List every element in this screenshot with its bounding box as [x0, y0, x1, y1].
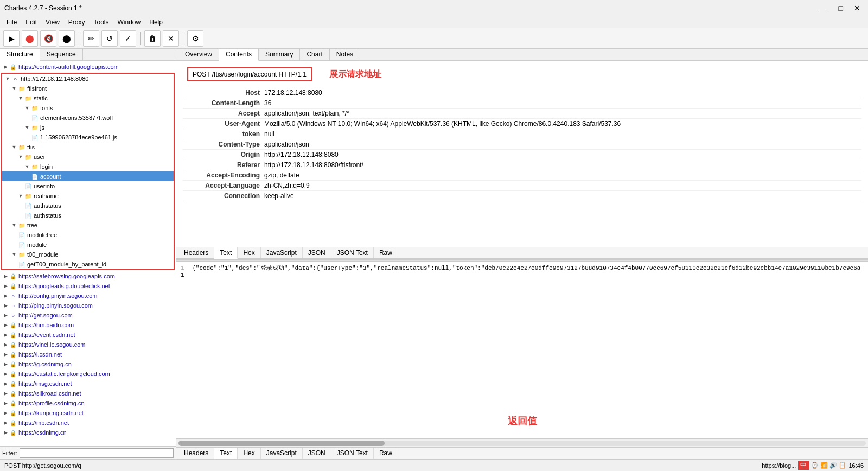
toolbar-refresh[interactable]: ↺: [101, 30, 118, 47]
folder-js[interactable]: ▼ 📁 js: [2, 123, 174, 132]
menu-tools[interactable]: Tools: [90, 17, 113, 27]
host-castatic[interactable]: ▶ 🔒 https://castatic.fengkongcloud.com: [0, 369, 176, 379]
folder-user[interactable]: ▼ 📁 user: [2, 152, 174, 162]
menu-view[interactable]: View: [41, 17, 64, 27]
file-account[interactable]: 📄 account: [2, 171, 174, 181]
host-config-pinyin[interactable]: ▶ ○ http://config.pinyin.sogou.com: [0, 291, 176, 301]
folder-tree[interactable]: ▼ 📁 tree: [2, 220, 174, 230]
expand-icon: ▼: [11, 85, 17, 92]
tree-container[interactable]: ▶ 🔒 https://content-autofill.googleapis.…: [0, 61, 176, 446]
filter-input[interactable]: [20, 448, 174, 458]
host-event-csdn[interactable]: ▶ 🔒 https://event.csdn.net: [0, 330, 176, 340]
host-mp-csdn[interactable]: ▶ 🔒 https://mp.csdn.net: [0, 418, 176, 428]
req-tab-json-text[interactable]: JSON Text: [331, 247, 374, 258]
host-googleapis-autofill[interactable]: ▶ 🔒 https://content-autofill.googleapis.…: [0, 62, 176, 72]
close-button[interactable]: ✕: [851, 3, 864, 14]
host-vinci-sogou[interactable]: ▶ 🔒 https://vinci.ie.sogou.com: [0, 340, 176, 349]
toolbar-check[interactable]: ✓: [120, 30, 136, 47]
req-tab-text[interactable]: Text: [214, 247, 238, 259]
resp-tab-text[interactable]: Text: [214, 448, 238, 459]
tab-contents[interactable]: Contents: [219, 49, 259, 61]
maximize-button[interactable]: □: [835, 3, 846, 14]
toolbar-trash[interactable]: 🗑: [144, 30, 161, 47]
file-moduletree[interactable]: 📄 moduletree: [2, 230, 174, 240]
file-get-t00-module[interactable]: 📄 getT00_module_by_parent_id: [2, 259, 174, 269]
scrollbar-track[interactable]: [178, 441, 866, 446]
toolbar-start[interactable]: ▶: [3, 30, 20, 47]
host-csdnimg[interactable]: ▶ 🔒 https://csdnimg.cn: [0, 428, 176, 437]
toolbar-record[interactable]: ⬤: [22, 30, 38, 47]
folder-icon: 📁: [17, 221, 26, 230]
folder-fonts[interactable]: ▼ 📁 fonts: [2, 103, 174, 113]
folder-ftisfront[interactable]: ▼ 📁 ftisfront: [2, 84, 174, 93]
tab-chart[interactable]: Chart: [300, 49, 329, 60]
tab-structure[interactable]: Structure: [0, 49, 40, 61]
file-element-icons-woff[interactable]: 📄 element-icons.535877f.woff: [2, 113, 174, 123]
response-annotation: 返回值: [176, 404, 868, 438]
tab-summary[interactable]: Summary: [259, 49, 300, 60]
toolbar-close[interactable]: ✕: [163, 30, 179, 47]
status-left: POST http://get.sogou.com/q: [4, 462, 81, 469]
file-authstatus-2[interactable]: 📄 authstatus: [2, 211, 174, 220]
folder-ftis[interactable]: ▼ 📁 ftis: [2, 142, 174, 152]
folder-login[interactable]: ▼ 📁 login: [2, 162, 174, 171]
req-tab-hex[interactable]: Hex: [238, 247, 260, 258]
tab-overview[interactable]: Overview: [178, 49, 219, 60]
tab-notes[interactable]: Notes: [330, 49, 360, 60]
req-tab-json[interactable]: JSON: [303, 247, 331, 258]
file-icon: 📄: [24, 201, 33, 210]
expand-icon: ▼: [11, 251, 17, 258]
expand-icon: ▼: [4, 75, 11, 82]
menu-window[interactable]: Window: [113, 17, 145, 27]
menu-bar: File Edit View Proxy Tools Window Help: [0, 16, 868, 28]
req-tab-raw[interactable]: Raw: [374, 247, 398, 258]
host-safebrowsing[interactable]: ▶ 🔒 https://safebrowsing.googleapis.com: [0, 271, 176, 281]
folder-t00-module[interactable]: ▼ 📁 t00_module: [2, 250, 174, 259]
toolbar-breakpoint[interactable]: ⬤: [59, 30, 75, 47]
folder-realname[interactable]: ▼ 📁 realname: [2, 191, 174, 201]
response-content-area[interactable]: 1 {"code":"1","des":"登录成功","data":{"user…: [176, 262, 868, 404]
file-authstatus-1[interactable]: 📄 authstatus: [2, 201, 174, 211]
host-kunpeng-csdn[interactable]: ▶ 🔒 https://kunpeng.csdn.net: [0, 408, 176, 418]
expand-icon: ▶: [2, 361, 9, 367]
status-lang: 中: [798, 461, 809, 470]
file-js[interactable]: 📄 1.15990628784ece9be461.js: [2, 132, 174, 142]
resp-tab-json-text[interactable]: JSON Text: [331, 448, 374, 459]
minimize-button[interactable]: —: [817, 3, 831, 14]
resp-tab-json[interactable]: JSON: [303, 448, 331, 459]
host-hm-baidu[interactable]: ▶ 🔒 https://hm.baidu.com: [0, 320, 176, 330]
host-msg-csdn[interactable]: ▶ 🔒 https://msg.csdn.net: [0, 379, 176, 389]
req-tab-headers[interactable]: Headers: [178, 247, 214, 258]
req-tab-javascript[interactable]: JavaScript: [261, 247, 303, 258]
lock-icon: 🔒: [9, 62, 17, 71]
host-g-csdnimg[interactable]: ▶ 🔒 https://g.csdnimg.cn: [0, 359, 176, 369]
scrollbar-thumb[interactable]: [178, 441, 385, 446]
tab-sequence[interactable]: Sequence: [40, 49, 83, 60]
menu-file[interactable]: File: [2, 17, 21, 27]
file-module[interactable]: 📄 module: [2, 240, 174, 250]
resp-tab-headers[interactable]: Headers: [178, 448, 214, 459]
expand-icon: ▶: [2, 63, 9, 70]
status-url: https://blog...: [762, 462, 796, 469]
resp-tab-raw[interactable]: Raw: [374, 448, 398, 459]
horizontal-scrollbar[interactable]: [176, 438, 868, 447]
menu-edit[interactable]: Edit: [21, 17, 41, 27]
toolbar-edit[interactable]: ✏: [83, 30, 99, 47]
toolbar: ▶ ⬤ 🔇 ⬤ ✏ ↺ ✓ 🗑 ✕ ⚙: [0, 28, 868, 49]
host-get-sogou[interactable]: ▶ ○ http://get.sogou.com: [0, 310, 176, 320]
host-profile-csdnimg[interactable]: ▶ 🔒 https://profile.csdnimg.cn: [0, 398, 176, 408]
toolbar-throttle[interactable]: 🔇: [40, 30, 56, 47]
host-silkroad-csdn[interactable]: ▶ 🔒 https://silkroad.csdn.net: [0, 389, 176, 398]
host-googleads[interactable]: ▶ 🔒 https://googleads.g.doubleclick.net: [0, 281, 176, 291]
menu-help[interactable]: Help: [145, 17, 167, 27]
menu-proxy[interactable]: Proxy: [64, 17, 90, 27]
resp-tab-hex[interactable]: Hex: [238, 448, 260, 459]
file-userinfo[interactable]: 📄 userinfo: [2, 181, 174, 191]
folder-static[interactable]: ▼ 📁 static: [2, 93, 174, 103]
left-panel-inner: ▶ 🔒 https://content-autofill.googleapis.…: [0, 61, 176, 459]
host-172-main[interactable]: ▼ ○ http://172.18.12.148:8080: [2, 74, 174, 84]
resp-tab-javascript[interactable]: JavaScript: [261, 448, 303, 459]
host-i-csdn[interactable]: ▶ 🔒 https://i.csdn.net: [0, 349, 176, 359]
toolbar-settings[interactable]: ⚙: [187, 30, 203, 47]
host-ping-pinyin[interactable]: ▶ ○ http://ping.pinyin.sogou.com: [0, 301, 176, 310]
